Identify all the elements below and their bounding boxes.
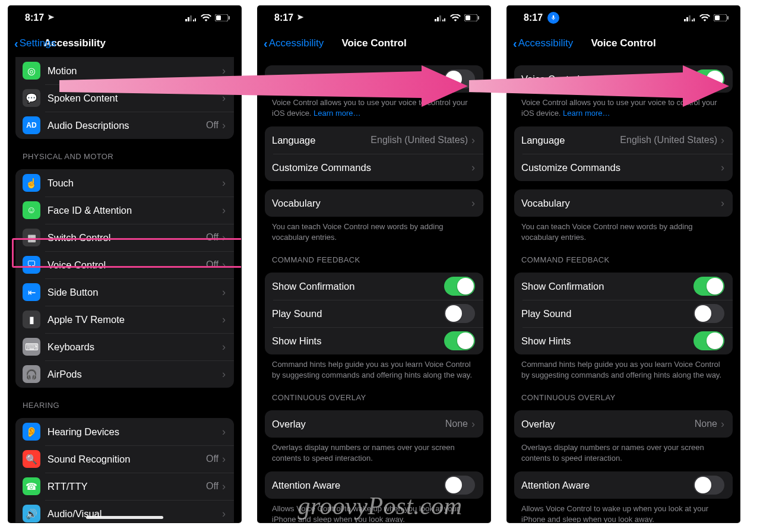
row-side-button[interactable]: ⇤ Side Button ›	[15, 278, 234, 306]
chevron-right-icon: ›	[222, 481, 226, 492]
row-airpods[interactable]: 🎧 AirPods ›	[15, 360, 234, 388]
voice-control-footer: Voice Control allows you to use your voi…	[521, 97, 726, 118]
row-language[interactable]: Language English (United States) ›	[265, 126, 483, 154]
nav-bar: ‹ Accessibility Voice Control	[258, 30, 490, 57]
attention-aware-toggle[interactable]	[444, 476, 475, 495]
show-confirmation-toggle[interactable]	[694, 277, 724, 296]
dual-sim-icon	[185, 14, 197, 21]
chevron-right-icon: ›	[471, 135, 475, 145]
row-face-id[interactable]: ☺ Face ID & Attention ›	[15, 197, 234, 224]
voice-control-active-icon	[547, 12, 559, 24]
row-show-hints[interactable]: Show Hints	[514, 327, 733, 354]
nav-bar: ‹ Settings Accessibility	[8, 30, 241, 57]
row-rtt-tty[interactable]: ☎ RTT/TTY Off ›	[15, 473, 234, 500]
row-play-sound[interactable]: Play Sound	[265, 300, 483, 327]
vocabulary-footer: You can teach Voice Control new words by…	[521, 221, 726, 242]
row-customize-commands[interactable]: Customize Commands ›	[514, 154, 733, 181]
row-apple-tv-remote[interactable]: ▮ Apple TV Remote ›	[15, 306, 234, 333]
svg-rect-16	[684, 19, 686, 21]
keyboard-icon: ⌨	[23, 338, 40, 356]
svg-rect-11	[442, 20, 444, 21]
chevron-right-icon: ›	[471, 162, 475, 173]
overlay-footer: Overlays display numbers or names over y…	[272, 442, 476, 463]
back-button[interactable]: ‹ Settings	[14, 37, 56, 49]
speech-bubble-icon: 💬	[23, 89, 40, 107]
chevron-left-icon: ‹	[264, 37, 268, 49]
row-motion[interactable]: ◎ Motion ›	[15, 57, 234, 84]
battery-icon	[215, 14, 230, 21]
row-audio-descriptions[interactable]: AD Audio Descriptions Off ›	[15, 112, 234, 139]
wifi-icon	[201, 14, 211, 21]
status-bar: 8:17	[8, 6, 241, 30]
svg-rect-19	[692, 20, 693, 21]
row-attention-aware[interactable]: Attention Aware	[514, 471, 733, 499]
chevron-right-icon: ›	[222, 178, 226, 188]
learn-more-link[interactable]: Learn more…	[314, 109, 360, 118]
row-show-confirmation[interactable]: Show Confirmation	[514, 273, 733, 300]
chevron-right-icon: ›	[471, 419, 475, 429]
section-physical-motor: PHYSICAL AND MOTOR	[23, 152, 227, 161]
status-bar: 8:17	[507, 6, 740, 30]
chevron-right-icon: ›	[222, 426, 226, 437]
row-voice-control-toggle[interactable]: Voice Control	[265, 65, 483, 93]
svg-rect-3	[193, 20, 194, 21]
show-confirmation-toggle[interactable]	[444, 277, 475, 296]
play-sound-toggle[interactable]	[444, 304, 475, 323]
chevron-right-icon: ›	[222, 369, 226, 379]
voice-control-toggle[interactable]	[694, 69, 724, 88]
status-time: 8:17	[524, 12, 543, 23]
row-voice-control[interactable]: 🗩 Voice Control Off ›	[15, 251, 234, 278]
dual-sim-icon	[435, 14, 446, 21]
row-audio-visual[interactable]: 🔊 Audio/Visual ›	[15, 500, 234, 522]
row-sound-recognition[interactable]: 🔍 Sound Recognition Off ›	[15, 445, 234, 473]
svg-rect-8	[435, 19, 436, 21]
chevron-right-icon: ›	[471, 198, 475, 208]
row-overlay[interactable]: Overlay None ›	[514, 410, 733, 438]
airpods-icon: 🎧	[23, 365, 40, 383]
chevron-right-icon: ›	[222, 205, 226, 216]
voice-control-toggle[interactable]	[444, 69, 475, 88]
row-hearing-devices[interactable]: 👂 Hearing Devices ›	[15, 418, 234, 445]
svg-rect-23	[727, 16, 729, 20]
status-time: 8:17	[274, 12, 293, 23]
back-button[interactable]: ‹ Accessibility	[513, 37, 573, 49]
back-button[interactable]: ‹ Accessibility	[264, 37, 324, 49]
svg-rect-7	[229, 16, 230, 20]
command-feedback-group: Show Confirmation Play Sound Show Hints	[265, 273, 483, 354]
row-touch[interactable]: ☝ Touch ›	[15, 169, 234, 197]
show-hints-toggle[interactable]	[694, 331, 724, 350]
row-spoken-content[interactable]: 💬 Spoken Content ›	[15, 84, 234, 112]
row-show-hints[interactable]: Show Hints	[265, 327, 483, 354]
row-voice-control-toggle[interactable]: Voice Control	[514, 65, 733, 93]
overlay-group: Overlay None ›	[265, 410, 483, 438]
section-continuous-overlay: CONTINUOUS OVERLAY	[272, 393, 476, 402]
row-play-sound[interactable]: Play Sound	[514, 300, 733, 327]
show-hints-toggle[interactable]	[444, 331, 475, 350]
ear-icon: 👂	[23, 423, 40, 441]
row-vocabulary[interactable]: Vocabulary ›	[265, 189, 483, 217]
chevron-right-icon: ›	[721, 135, 724, 145]
chevron-right-icon: ›	[721, 198, 724, 208]
attention-aware-toggle[interactable]	[694, 476, 724, 495]
play-sound-toggle[interactable]	[694, 304, 724, 323]
sound-recognition-icon: 🔍	[23, 450, 40, 468]
back-label: Accessibility	[269, 37, 324, 49]
learn-more-link[interactable]: Learn more…	[563, 109, 610, 118]
row-vocabulary[interactable]: Vocabulary ›	[514, 189, 733, 217]
row-language[interactable]: Language English (United States) ›	[514, 126, 733, 154]
svg-rect-10	[439, 15, 441, 21]
row-customize-commands[interactable]: Customize Commands ›	[265, 154, 483, 181]
language-group: Language English (United States) › Custo…	[265, 126, 483, 181]
row-overlay[interactable]: Overlay None ›	[265, 410, 483, 438]
attention-group: Attention Aware	[514, 471, 733, 499]
chevron-right-icon: ›	[721, 162, 724, 173]
svg-rect-6	[216, 15, 221, 20]
command-feedback-footer: Command hints help guide you as you lear…	[272, 359, 476, 380]
section-command-feedback: COMMAND FEEDBACK	[521, 255, 726, 264]
row-attention-aware[interactable]: Attention Aware	[265, 471, 483, 499]
row-show-confirmation[interactable]: Show Confirmation	[265, 273, 483, 300]
row-keyboards[interactable]: ⌨ Keyboards ›	[15, 333, 234, 360]
row-switch-control[interactable]: ▦ Switch Control Off ›	[15, 224, 234, 251]
svg-rect-18	[689, 15, 691, 21]
status-time: 8:17	[25, 12, 44, 23]
